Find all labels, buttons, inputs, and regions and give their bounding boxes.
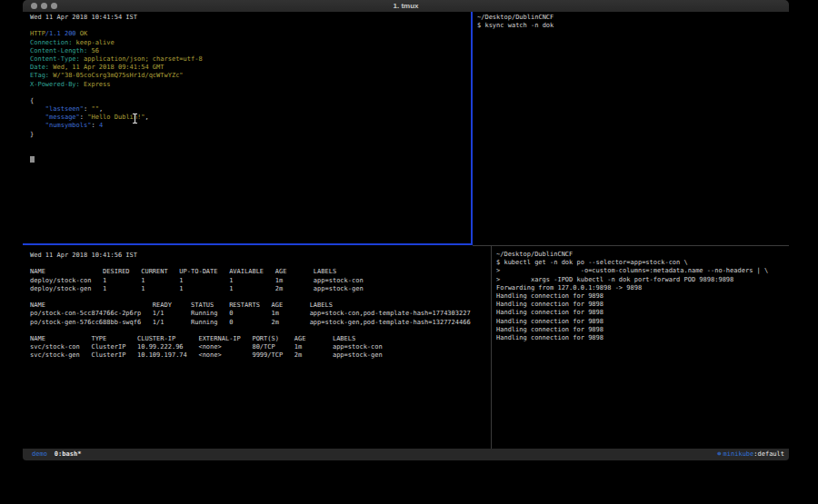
terminal-cursor (30, 156, 35, 163)
kubectl-watch-output: Wed 11 Apr 2018 10:41:56 IST NAME DESIRE… (30, 252, 491, 361)
status-window-item[interactable]: 0:bash* (55, 449, 82, 460)
json-entry-numsymbols: "numsymbols": 4 (30, 122, 471, 130)
json-close-brace: } (30, 131, 471, 139)
pane-ksync[interactable]: ~/Desktop/DublinCNCF $ ksync watch -n do… (474, 12, 789, 243)
http-status-line: HTTP/1.1 200 OK (30, 30, 471, 38)
pane-http-response[interactable]: Wed 11 Apr 2018 10:41:54 IST HTTP/1.1 20… (23, 12, 471, 243)
shell-date-line: Wed 11 Apr 2018 10:41:54 IST (30, 14, 471, 22)
window-title: 1. tmux (23, 2, 789, 10)
kube-context: minikube (723, 449, 754, 460)
json-open-brace: { (30, 97, 471, 105)
pane-divider-horizontal-active[interactable] (23, 243, 473, 245)
cursor-line (30, 155, 471, 163)
tmux-status-bar: demo 0:bash* ☸ minikube :default (23, 449, 789, 460)
kubernetes-icon: ☸ (717, 449, 721, 460)
kube-namespace: :default (753, 449, 784, 460)
json-entry-message: "message": "Hello Dublin!", (30, 114, 471, 122)
http-header-line: Content-Type: application/json; charset=… (30, 55, 471, 64)
tmux-terminal: Wed 11 Apr 2018 10:41:54 IST HTTP/1.1 20… (23, 12, 789, 449)
port-forward-output: ~/Desktop/DublinCNCF $ kubectl get -n do… (496, 251, 789, 342)
pane-divider-vertical-active[interactable] (471, 12, 473, 245)
http-header-line: X-Powered-By: Express (30, 81, 471, 89)
http-header-line: Content-Length: 56 (30, 47, 471, 55)
mouse-ibeam-cursor (131, 111, 139, 128)
ksync-output: ~/Desktop/DublinCNCF $ ksync watch -n do… (477, 14, 789, 30)
pane-divider-vertical[interactable] (491, 246, 492, 449)
http-header-line: Connection: keep-alive (30, 39, 471, 47)
http-header-line: Date: Wed, 11 Apr 2018 09:41:54 GMT (30, 64, 471, 72)
status-right: ☸ minikube :default (717, 449, 784, 460)
terminal-window: 1. tmux Wed 11 Apr 2018 10:41:54 IST HTT… (23, 0, 789, 460)
http-header-line: ETag: W/"38-05coCsrg3mQ75sHr1d/qcWTwYZc" (30, 72, 471, 80)
pane-kubectl-watch[interactable]: Wed 11 Apr 2018 10:41:56 IST NAME DESIRE… (23, 246, 491, 449)
titlebar[interactable]: 1. tmux (23, 0, 789, 12)
session-name: demo (32, 449, 47, 460)
pane-port-forward[interactable]: ~/Desktop/DublinCNCF $ kubectl get -n do… (493, 246, 789, 449)
json-entry-lastseen: "lastseen": "", (30, 105, 471, 114)
